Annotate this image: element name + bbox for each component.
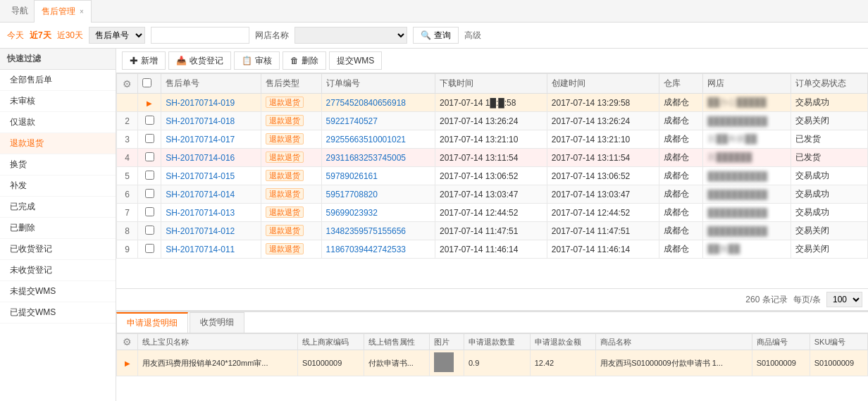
content-area: ✚ 新增 📥 收货登记 📋 审核 🗑 删除 提交WMS xyxy=(116,49,868,401)
advanced-button[interactable]: 高级 xyxy=(464,30,481,42)
active-tab[interactable]: 售后管理 × xyxy=(34,0,92,23)
checkbox-col-header[interactable] xyxy=(138,74,161,94)
close-icon[interactable]: × xyxy=(80,8,84,16)
sidebar-item-11[interactable]: 已提交WMS xyxy=(0,302,116,323)
row-checkbox[interactable] xyxy=(145,189,154,198)
week7-btn[interactable]: 近7天 xyxy=(30,30,51,42)
bottom-tab-0[interactable]: 申请退货明细 xyxy=(116,312,188,333)
sidebar-item-2[interactable]: 仅退款 xyxy=(0,112,116,133)
row-checkbox-cell[interactable] xyxy=(138,149,161,167)
bottom-tab-1[interactable]: 收货明细 xyxy=(190,312,244,333)
row-id[interactable]: SH-20170714-011 xyxy=(161,240,261,259)
row-shop: ██办公█████ xyxy=(703,94,791,112)
row-download-time: 2017-07-14 11:47:51 xyxy=(435,222,547,240)
row-id[interactable]: SH-20170714-018 xyxy=(161,112,261,130)
row-checkbox[interactable] xyxy=(145,134,154,143)
nav-label: 导航 xyxy=(6,5,34,17)
toolbar: ✚ 新增 📥 收货登记 📋 审核 🗑 删除 提交WMS xyxy=(116,49,868,73)
row-checkbox-cell[interactable] xyxy=(138,204,161,222)
row-num: 4 xyxy=(117,149,138,167)
row-num: 2 xyxy=(117,112,138,130)
row-id[interactable]: SH-20170714-017 xyxy=(161,130,261,149)
row-order-id[interactable]: 11867039442742533 xyxy=(321,240,435,259)
col-create: 创建时间 xyxy=(547,74,659,94)
search-input[interactable] xyxy=(151,27,249,44)
add-button[interactable]: ✚ 新增 xyxy=(122,51,166,70)
row-create-time: 2017-07-14 11:47:51 xyxy=(547,222,659,240)
row-checkbox[interactable] xyxy=(145,171,154,180)
row-download-time: 2017-07-14 11:46:14 xyxy=(435,240,547,259)
sidebar-item-0[interactable]: 全部售后单 xyxy=(0,70,116,91)
col-warehouse: 仓库 xyxy=(659,74,703,94)
select-all-checkbox[interactable] xyxy=(142,78,151,87)
shop-select[interactable] xyxy=(294,27,407,44)
order-field-select[interactable]: 售后单号 xyxy=(89,27,145,44)
play-icon: ▶ xyxy=(125,359,130,367)
sidebar-item-7[interactable]: 已删除 xyxy=(0,218,116,239)
col-type: 售后类型 xyxy=(261,74,322,94)
delete-button[interactable]: 🗑 删除 xyxy=(283,51,326,70)
row-status: 交易成功 xyxy=(791,185,868,204)
sidebar-item-5[interactable]: 补发 xyxy=(0,175,116,197)
sidebar: 快速过滤 全部售后单未审核仅退款退款退货换货补发已完成已删除已收货登记未收货登记… xyxy=(0,49,116,401)
sidebar-item-10[interactable]: 未提交WMS xyxy=(0,281,116,302)
row-checkbox[interactable] xyxy=(145,226,154,235)
row-checkbox-cell[interactable] xyxy=(138,240,161,259)
row-order-id[interactable]: 29311683253745005 xyxy=(321,149,435,167)
row-checkbox-cell[interactable]: ▶ xyxy=(138,94,161,112)
add-icon: ✚ xyxy=(130,55,138,66)
receive-button[interactable]: 📥 收货登记 xyxy=(168,51,231,70)
sidebar-item-1[interactable]: 未审核 xyxy=(0,91,116,112)
row-order-id[interactable]: 27754520840656918 xyxy=(321,94,435,112)
delete-icon: 🗑 xyxy=(290,56,299,66)
row-checkbox-cell[interactable] xyxy=(138,112,161,130)
sidebar-item-4[interactable]: 换货 xyxy=(0,154,116,175)
bottom-row-sales-attr: 付款申请书... xyxy=(364,350,430,376)
search-icon: 🔍 xyxy=(421,30,431,40)
col-order: 订单编号 xyxy=(321,74,435,94)
row-order-id[interactable]: 59789026161 xyxy=(321,167,435,185)
sidebar-item-6[interactable]: 已完成 xyxy=(0,197,116,218)
row-id[interactable]: SH-20170714-016 xyxy=(161,149,261,167)
row-checkbox-cell[interactable] xyxy=(138,130,161,149)
row-order-id[interactable]: 59517708820 xyxy=(321,185,435,204)
row-checkbox[interactable] xyxy=(145,116,154,125)
row-checkbox-cell[interactable] xyxy=(138,167,161,185)
row-checkbox[interactable] xyxy=(145,207,154,216)
submit-wms-button[interactable]: 提交WMS xyxy=(329,51,382,70)
row-checkbox[interactable] xyxy=(145,152,154,161)
row-checkbox[interactable] xyxy=(145,244,154,253)
sidebar-item-3[interactable]: 退款退货 xyxy=(0,133,116,154)
per-page-select[interactable]: 100 xyxy=(826,292,862,307)
main-layout: 快速过滤 全部售后单未审核仅退款退款退货换货补发已完成已删除已收货登记未收货登记… xyxy=(0,49,868,401)
search-bar: 今天 近7天 近30天 售后单号 网店名称 🔍 查询 高级 xyxy=(0,23,868,49)
bottom-row-play[interactable]: ▶ xyxy=(117,350,138,376)
row-shop: ██致██ xyxy=(703,240,791,259)
col-id: 售后单号 xyxy=(161,74,261,94)
bottom-col-product-code: 商品编号 xyxy=(752,334,810,350)
row-id[interactable]: SH-20170714-019 xyxy=(161,94,261,112)
row-order-id[interactable]: 59221740527 xyxy=(321,112,435,130)
play-icon[interactable]: ▶ xyxy=(147,99,152,107)
row-order-id[interactable]: 13482359575155656 xyxy=(321,222,435,240)
bottom-settings-col[interactable]: ⚙ xyxy=(117,334,138,350)
row-id[interactable]: SH-20170714-013 xyxy=(161,204,261,222)
row-id[interactable]: SH-20170714-012 xyxy=(161,222,261,240)
sidebar-item-8[interactable]: 已收货登记 xyxy=(0,239,116,260)
query-button[interactable]: 🔍 查询 xyxy=(413,27,459,44)
table-row: 8 SH-20170714-012 退款退货 13482359575155656… xyxy=(117,222,868,240)
row-type: 退款退货 xyxy=(261,185,322,204)
day30-btn[interactable]: 近30天 xyxy=(57,30,83,42)
row-warehouse: 成都仓 xyxy=(659,240,703,259)
settings-col-header[interactable]: ⚙ xyxy=(117,74,138,94)
row-order-id[interactable]: 59699023932 xyxy=(321,204,435,222)
audit-button[interactable]: 📋 审核 xyxy=(234,51,280,70)
row-checkbox-cell[interactable] xyxy=(138,222,161,240)
row-id[interactable]: SH-20170714-014 xyxy=(161,185,261,204)
row-id[interactable]: SH-20170714-015 xyxy=(161,167,261,185)
today-btn[interactable]: 今天 xyxy=(7,30,24,42)
row-checkbox-cell[interactable] xyxy=(138,185,161,204)
row-status: 已发货 xyxy=(791,130,868,149)
sidebar-item-9[interactable]: 未收货登记 xyxy=(0,260,116,281)
row-order-id[interactable]: 29255663510001021 xyxy=(321,130,435,149)
